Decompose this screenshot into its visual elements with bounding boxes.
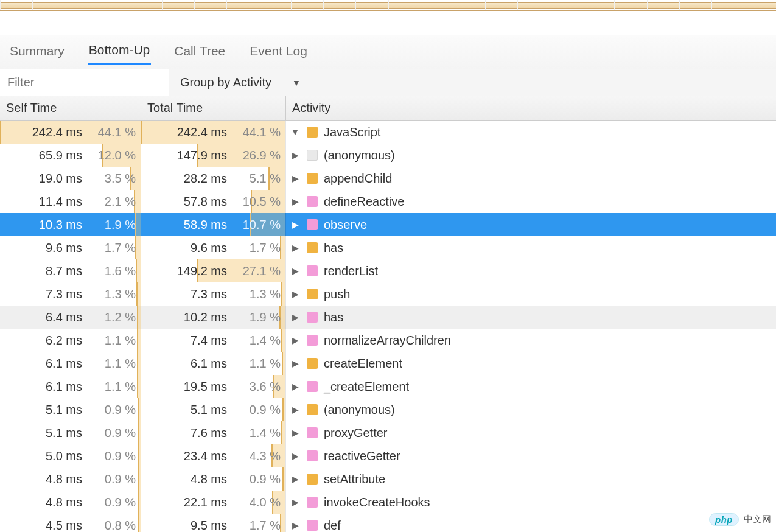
table-row[interactable]: 19.0 ms3.5 %28.2 ms5.1 %▶appendChild <box>0 167 776 190</box>
activity-label: renderList <box>324 264 378 278</box>
self-time-pct: 0.9 % <box>86 426 136 440</box>
col-header-activity[interactable]: Activity <box>286 96 776 120</box>
disclosure-right-icon[interactable]: ▶ <box>290 289 301 299</box>
self-time-cell: 4.5 ms0.8 % <box>0 514 141 532</box>
category-swatch-icon <box>307 520 318 531</box>
total-time-pct: 10.5 % <box>231 195 281 209</box>
table-row[interactable]: 6.4 ms1.2 %10.2 ms1.9 %▶has <box>0 306 776 329</box>
total-time-ms: 22.1 ms <box>164 495 231 509</box>
total-time-pct: 1.3 % <box>231 287 281 301</box>
activity-cell: ▶(anonymous) <box>286 398 776 421</box>
activity-label: def <box>324 519 341 533</box>
self-time-cell: 19.0 ms3.5 % <box>0 167 141 190</box>
self-time-cell: 8.7 ms1.6 % <box>0 259 141 282</box>
total-time-bar <box>282 467 285 491</box>
total-time-ms: 19.5 ms <box>164 380 231 394</box>
total-time-cell: 7.4 ms1.4 % <box>141 329 286 352</box>
table-row[interactable]: 6.2 ms1.1 %7.4 ms1.4 %▶normalizeArrayChi… <box>0 329 776 352</box>
table-row[interactable]: 7.3 ms1.3 %7.3 ms1.3 %▶push <box>0 282 776 306</box>
category-swatch-icon <box>307 450 318 461</box>
timeline-strip <box>0 0 776 11</box>
total-time-ms: 7.3 ms <box>164 287 231 301</box>
table-row[interactable]: 4.8 ms0.9 %22.1 ms4.0 %▶invokeCreateHook… <box>0 491 776 514</box>
total-time-pct: 1.4 % <box>231 334 281 348</box>
tab-event-log[interactable]: Event Log <box>248 41 309 65</box>
group-by-select[interactable]: Group by Activity ▼ <box>169 69 312 96</box>
table-row[interactable]: 4.5 ms0.8 %9.5 ms1.7 %▶def <box>0 514 776 532</box>
tab-call-tree[interactable]: Call Tree <box>173 41 226 65</box>
self-time-cell: 6.1 ms1.1 % <box>0 352 141 375</box>
group-by-label: Group by Activity <box>180 75 271 89</box>
watermark-site: 中文网 <box>744 514 771 525</box>
tab-bottom-up[interactable]: Bottom-Up <box>88 40 151 65</box>
self-time-ms: 7.3 ms <box>19 287 86 301</box>
watermark-brand: php <box>709 513 739 526</box>
category-swatch-icon <box>307 358 318 369</box>
table-row[interactable]: 5.1 ms0.9 %5.1 ms0.9 %▶(anonymous) <box>0 398 776 421</box>
category-swatch-icon <box>307 127 318 138</box>
category-swatch-icon <box>307 242 318 253</box>
category-swatch-icon <box>307 173 318 184</box>
table-row[interactable]: 6.1 ms1.1 %19.5 ms3.6 %▶_createElement <box>0 375 776 398</box>
total-time-ms: 149.2 ms <box>164 264 231 278</box>
self-time-pct: 0.9 % <box>86 403 136 417</box>
disclosure-right-icon[interactable]: ▶ <box>290 312 301 322</box>
tab-summary[interactable]: Summary <box>9 41 66 65</box>
activity-label: createElement <box>324 357 402 371</box>
table-row[interactable]: 9.6 ms1.7 %9.6 ms1.7 %▶has <box>0 236 776 259</box>
filter-bar: Group by Activity ▼ <box>0 69 776 96</box>
category-swatch-icon <box>307 312 318 323</box>
total-time-ms: 147.9 ms <box>164 149 231 163</box>
category-swatch-icon <box>307 381 318 392</box>
self-time-cell: 4.8 ms0.9 % <box>0 467 141 491</box>
disclosure-right-icon[interactable]: ▶ <box>290 220 301 229</box>
table-row[interactable]: 11.4 ms2.1 %57.8 ms10.5 %▶defineReactive <box>0 190 776 213</box>
disclosure-right-icon[interactable]: ▶ <box>290 382 301 391</box>
self-time-cell: 6.1 ms1.1 % <box>0 375 141 398</box>
disclosure-down-icon[interactable]: ▼ <box>290 127 301 137</box>
total-time-bar <box>282 352 285 375</box>
table-row[interactable]: 6.1 ms1.1 %6.1 ms1.1 %▶createElement <box>0 352 776 375</box>
activity-label: appendChild <box>324 172 392 186</box>
disclosure-right-icon[interactable]: ▶ <box>290 335 301 345</box>
profiler-tabs: Summary Bottom-Up Call Tree Event Log <box>0 35 776 69</box>
disclosure-right-icon[interactable]: ▶ <box>290 474 301 484</box>
disclosure-right-icon[interactable]: ▶ <box>290 266 301 276</box>
table-row[interactable]: 8.7 ms1.6 %149.2 ms27.1 %▶renderList <box>0 259 776 282</box>
total-time-ms: 23.4 ms <box>164 449 231 463</box>
disclosure-right-icon[interactable]: ▶ <box>290 197 301 206</box>
table-row[interactable]: 10.3 ms1.9 %58.9 ms10.7 %▶observe <box>0 213 776 236</box>
self-time-ms: 10.3 ms <box>19 218 86 232</box>
disclosure-right-icon[interactable]: ▶ <box>290 497 301 507</box>
total-time-bar <box>280 236 285 259</box>
self-time-cell: 11.4 ms2.1 % <box>0 190 141 213</box>
table-row[interactable]: 5.1 ms0.9 %7.6 ms1.4 %▶proxyGetter <box>0 421 776 444</box>
disclosure-right-icon[interactable]: ▶ <box>290 520 301 530</box>
col-header-total-time[interactable]: Total Time <box>141 96 286 120</box>
table-row[interactable]: 65.9 ms12.0 %147.9 ms26.9 %▶(anonymous) <box>0 144 776 167</box>
self-time-ms: 4.8 ms <box>19 495 86 509</box>
table-row[interactable]: 5.0 ms0.9 %23.4 ms4.3 %▶reactiveGetter <box>0 444 776 467</box>
table-row[interactable]: 4.8 ms0.9 %4.8 ms0.9 %▶setAttribute <box>0 467 776 491</box>
self-time-ms: 8.7 ms <box>19 264 86 278</box>
table-row[interactable]: 242.4 ms44.1 %242.4 ms44.1 %▼JavaScript <box>0 121 776 144</box>
activity-cell: ▶defineReactive <box>286 190 776 213</box>
self-time-ms: 5.1 ms <box>19 426 86 440</box>
disclosure-right-icon[interactable]: ▶ <box>290 173 301 183</box>
self-time-pct: 0.9 % <box>86 449 136 463</box>
disclosure-right-icon[interactable]: ▶ <box>290 405 301 415</box>
activity-label: observe <box>324 218 367 232</box>
activity-label: normalizeArrayChildren <box>324 334 451 348</box>
category-swatch-icon <box>307 335 318 346</box>
disclosure-right-icon[interactable]: ▶ <box>290 243 301 253</box>
total-time-cell: 58.9 ms10.7 % <box>141 213 286 236</box>
total-time-ms: 57.8 ms <box>164 195 231 209</box>
disclosure-right-icon[interactable]: ▶ <box>290 359 301 368</box>
disclosure-right-icon[interactable]: ▶ <box>290 451 301 461</box>
activity-label: has <box>324 310 343 324</box>
disclosure-right-icon[interactable]: ▶ <box>290 428 301 438</box>
col-header-self-time[interactable]: Self Time <box>0 96 141 120</box>
activity-cell: ▶createElement <box>286 352 776 375</box>
filter-input[interactable] <box>0 69 169 96</box>
disclosure-right-icon[interactable]: ▶ <box>290 150 301 160</box>
